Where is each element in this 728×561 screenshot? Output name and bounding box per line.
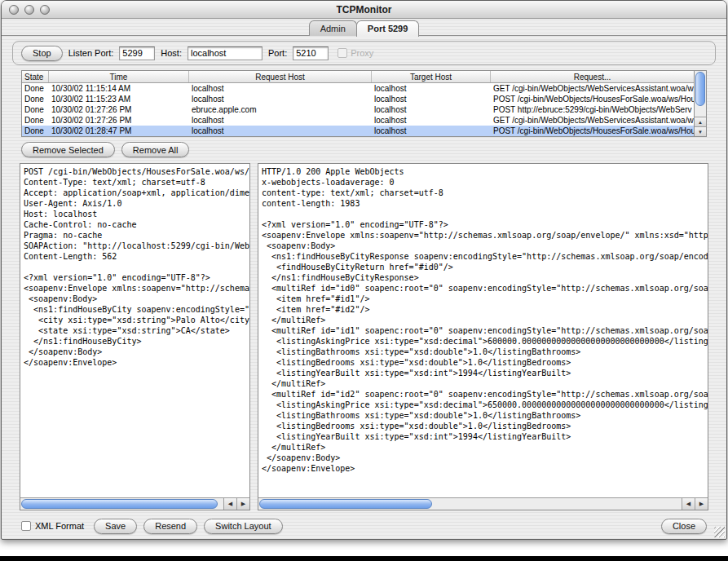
request-pane[interactable]: POST /cgi-bin/WebObjects/HousesForSale.w… [20,163,250,510]
remove-selected-button[interactable]: Remove Selected [21,142,115,157]
scroll-left-icon[interactable]: ◀ [682,498,695,510]
table-row[interactable]: Done 10/30/02 11:15:23 AM localhost loca… [22,94,694,104]
response-text: HTTP/1.0 200 Apple WebObjects x-webobjec… [258,164,708,497]
scroll-up-icon[interactable]: ▲ [695,117,706,126]
response-horizontal-scrollbar[interactable]: ◀ ▶ [258,497,708,510]
scroll-left-icon[interactable]: ◀ [223,498,236,510]
xml-format-checkbox[interactable] [21,521,31,531]
requests-table: State Time Request Host Target Host Requ… [21,70,707,137]
bottom-bar: XML Format Save Resend Switch Layout Clo… [21,518,707,534]
minimize-button[interactable] [24,5,34,15]
column-header-request-host[interactable]: Request Host [189,71,372,82]
cell-target-host: localhost [372,126,491,136]
cell-target-host: localhost [372,115,491,126]
cell-request-host: ebruce.apple.com [189,104,372,115]
cell-state: Done [22,115,49,126]
row-action-buttons: Remove Selected Remove All [21,142,716,157]
remove-all-button[interactable]: Remove All [121,142,190,157]
scrollbar-arrows: ◀ ▶ [223,498,249,510]
cell-time: 10/30/02 01:27:26 PM [49,104,189,115]
cell-target-host: localhost [372,83,491,94]
cell-request: POST /cgi-bin/WebObjects/HousesForSale.w… [491,126,694,136]
table-row[interactable]: Done 10/30/02 01:27:26 PM localhost loca… [22,115,694,126]
desktop-edge [0,556,728,561]
table-row[interactable]: Done 10/30/02 01:27:26 PM ebruce.apple.c… [22,104,694,115]
cell-state: Done [22,104,49,115]
window-title: TCPMonitor [337,4,392,15]
table-header: State Time Request Host Target Host Requ… [22,71,694,83]
host-label: Host: [161,48,182,58]
table-vertical-scrollbar[interactable]: ▲ ▼ [694,71,706,136]
table-row[interactable]: Done 10/30/02 11:15:14 AM localhost loca… [22,83,694,94]
proxy-checkbox [338,48,347,58]
xml-format-label: XML Format [35,521,84,531]
cell-request-host: localhost [189,94,372,104]
save-button[interactable]: Save [94,519,137,534]
scroll-right-icon[interactable]: ▶ [695,498,708,510]
screen: TCPMonitor Admin Port 5299 Stop Listen P… [0,0,728,561]
listen-port-input[interactable] [119,46,155,60]
tab-port-5299[interactable]: Port 5299 [356,20,420,37]
tcpmonitor-window: TCPMonitor Admin Port 5299 Stop Listen P… [1,0,727,540]
column-header-time[interactable]: Time [49,71,189,82]
resend-button[interactable]: Resend [143,519,197,534]
window-controls [9,5,50,15]
column-header-state[interactable]: State [22,71,49,82]
switch-layout-button[interactable]: Switch Layout [204,519,282,534]
request-horizontal-scrollbar[interactable]: ◀ ▶ [20,497,249,510]
cell-state: Done [22,126,49,136]
scroll-down-icon[interactable]: ▼ [695,126,706,136]
request-text: POST /cgi-bin/WebObjects/HousesForSale.w… [20,164,249,497]
scrollbar-thumb[interactable] [21,499,218,509]
tab-admin[interactable]: Admin [309,20,357,36]
cell-request: GET /cgi-bin/WebObjects/WebServicesAssis… [491,83,694,94]
port-input[interactable] [293,46,329,60]
zoom-button[interactable] [40,5,50,15]
cell-time: 10/30/02 01:27:26 PM [49,115,189,126]
cell-state: Done [22,83,49,94]
listen-port-label: Listen Port: [68,48,114,58]
cell-target-host: localhost [372,94,491,104]
title-bar[interactable]: TCPMonitor [2,1,726,19]
cell-target-host: localhost [372,104,491,115]
scrollbar-thumb[interactable] [695,72,705,106]
column-header-request[interactable]: Request... [491,71,694,82]
scrollbar-arrows: ◀ ▶ [682,498,708,510]
requests-table-grid: State Time Request Host Target Host Requ… [22,71,694,136]
host-input[interactable] [188,46,263,60]
resize-grip[interactable] [714,527,725,537]
main-content: Stop Listen Port: Host: Port: Proxy Stat… [2,36,726,539]
stop-button[interactable]: Stop [21,46,63,61]
column-header-target-host[interactable]: Target Host [372,71,491,82]
cell-request-host: localhost [189,83,372,94]
cell-request-host: localhost [189,126,372,136]
port-label: Port: [268,48,287,58]
xml-format-checkbox-group[interactable]: XML Format [21,521,84,531]
scroll-right-icon[interactable]: ▶ [236,498,249,510]
cell-time: 10/30/02 11:15:23 AM [49,94,189,104]
scrollbar-arrows: ▲ ▼ [695,117,706,136]
cell-request: GET /cgi-bin/WebObjects/WebServicesAssis… [491,115,694,126]
proxy-checkbox-group: Proxy [338,48,373,58]
scrollbar-thumb[interactable] [259,499,432,509]
message-panes: POST /cgi-bin/WebObjects/HousesForSale.w… [20,163,708,510]
response-pane[interactable]: HTTP/1.0 200 Apple WebObjects x-webobjec… [258,163,708,510]
tab-bar: Admin Port 5299 [2,19,726,36]
close-button-footer[interactable]: Close [661,519,707,534]
cell-state: Done [22,94,49,104]
cell-request: POST http://ebruce:5299/cgi-bin/WebObjec… [491,104,694,115]
cell-request: POST /cgi-bin/WebObjects/HousesForSale.w… [491,94,694,104]
proxy-label: Proxy [351,48,373,58]
connection-settings-group: Stop Listen Port: Host: Port: Proxy [12,41,716,65]
cell-request-host: localhost [189,115,372,126]
cell-time: 10/30/02 01:28:47 PM [49,126,189,136]
close-button[interactable] [9,5,19,15]
table-row-selected[interactable]: Done 10/30/02 01:28:47 PM localhost loca… [22,126,694,136]
cell-time: 10/30/02 11:15:14 AM [49,83,189,94]
